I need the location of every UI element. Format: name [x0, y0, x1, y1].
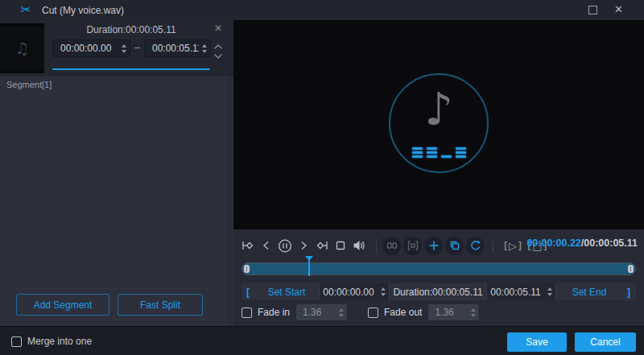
trim-start-spinbox[interactable] [319, 283, 390, 300]
volume-icon[interactable] [352, 238, 366, 253]
spin-down-icon[interactable] [471, 314, 476, 317]
cancel-button[interactable]: Cancel [575, 332, 636, 352]
set-start-button[interactable]: Set Start [254, 287, 319, 298]
audio-preview-area: ♪ [233, 20, 644, 229]
fade-controls: Fade in Fade out [242, 303, 500, 321]
total-time: /00:00:05.11 [581, 237, 638, 249]
divider [493, 238, 493, 253]
copy-segment-button[interactable] [445, 237, 464, 255]
spin-up-icon[interactable] [202, 44, 207, 47]
spin-up-icon[interactable] [381, 287, 386, 291]
music-note-icon: ♪ [424, 78, 453, 141]
prev-keyframe-icon[interactable] [241, 238, 255, 253]
trim-start-input[interactable] [320, 287, 378, 298]
merge-into-one-label: Merge into one [27, 336, 92, 347]
merge-into-one-checkbox[interactable] [11, 336, 22, 347]
save-button[interactable]: Save [507, 332, 567, 352]
step-back-icon[interactable] [259, 238, 274, 253]
segment-start-input[interactable] [53, 43, 118, 54]
scissors-icon: ✂ [21, 2, 31, 17]
trim-duration-label: Duration:00:00:05.11 [390, 287, 486, 298]
fade-in-label: Fade in [258, 307, 290, 318]
close-button[interactable]: ✕ [614, 3, 623, 15]
segment-move-down-icon[interactable] [213, 51, 223, 62]
current-time: 00:00:00.22 [526, 237, 580, 249]
fade-in-spinbox[interactable] [296, 304, 347, 320]
trim-end-input[interactable] [487, 287, 544, 298]
spin-up-icon[interactable] [547, 287, 552, 291]
timeline-track[interactable] [242, 262, 636, 275]
audio-placeholder-circle: ♪ [389, 73, 489, 173]
footer-bar: Merge into one Save Cancel [0, 326, 644, 355]
segment-name: Segment[1] [6, 80, 52, 89]
play-segment-button[interactable]: [▷] [504, 240, 522, 252]
segment-duration-label: Duration:00:00:05.11 [52, 24, 210, 35]
segment-end-spinbox[interactable] [144, 39, 211, 57]
segment-end-spinner[interactable] [199, 40, 210, 56]
spin-down-icon[interactable] [547, 293, 552, 296]
title-bar: ✂ Cut (My voice.wav) ✕ [0, 0, 644, 20]
fade-out-label: Fade out [384, 307, 422, 318]
fade-out-input[interactable] [428, 307, 468, 318]
select-region-button[interactable] [403, 237, 422, 255]
cut-dialog: ✂ Cut (My voice.wav) ✕ ♫ Duration:00:00:… [0, 0, 644, 355]
playhead[interactable] [308, 260, 310, 276]
segment-range-bar[interactable] [52, 68, 210, 70]
segment-end-input[interactable] [145, 43, 199, 54]
trim-end-spinbox[interactable] [486, 283, 556, 300]
spin-up-icon[interactable] [339, 308, 344, 312]
transport-bar: [▷] [□] [241, 235, 548, 256]
fade-out-spinner[interactable] [468, 304, 479, 320]
fade-in-checkbox[interactable] [242, 308, 252, 318]
spin-up-icon[interactable] [471, 308, 476, 312]
spin-down-icon[interactable] [122, 50, 126, 53]
maximize-button[interactable] [588, 6, 597, 14]
segment-start-spinner[interactable] [118, 40, 130, 56]
segment-thumbnail[interactable]: ♫ [0, 23, 44, 73]
step-forward-icon[interactable] [296, 238, 311, 253]
divider [376, 238, 377, 253]
fade-in-spinner[interactable] [336, 304, 347, 320]
spin-down-icon[interactable] [381, 293, 386, 296]
timeline [242, 256, 636, 277]
segment-list-panel: ♫ Duration:00:00:05.11 – ✕ [0, 20, 233, 326]
segment-delete-icon[interactable]: ✕ [214, 23, 222, 34]
equalizer-bars [412, 147, 466, 158]
pause-button-icon[interactable] [278, 238, 292, 253]
trim-bar: [ Set Start Duration:00:00:05.11 Set End… [242, 283, 636, 300]
fast-split-button[interactable]: Fast Split [118, 294, 203, 316]
fade-in-input[interactable] [296, 307, 336, 318]
add-segment-button[interactable]: Add Segment [16, 294, 109, 316]
fade-out-checkbox[interactable] [368, 308, 378, 318]
fade-out-spinbox[interactable] [428, 304, 479, 320]
start-bracket-icon: [ [242, 287, 254, 298]
next-keyframe-icon[interactable] [315, 238, 329, 253]
trim-end-handle[interactable] [628, 265, 634, 273]
reset-button[interactable] [466, 237, 485, 255]
spin-up-icon[interactable] [122, 44, 126, 47]
spin-down-icon[interactable] [339, 314, 344, 317]
segment-item[interactable]: ♫ Duration:00:00:05.11 – ✕ [0, 20, 233, 76]
playback-control-panel: [▷] [□] 00:00:00.22/00:00:05.11 [ Set St… [233, 229, 644, 326]
trim-start-spinner[interactable] [378, 283, 389, 300]
segment-list-scrollbar[interactable] [227, 76, 232, 326]
segment-start-spinbox[interactable] [52, 39, 130, 57]
set-end-button[interactable]: Set End [556, 287, 622, 298]
time-display: 00:00:00.22/00:00:05.11 [526, 237, 638, 249]
range-separator: – [130, 42, 144, 53]
music-notes-icon: ♫ [15, 39, 30, 58]
trim-start-handle[interactable] [244, 265, 250, 273]
spin-down-icon[interactable] [202, 50, 207, 53]
trim-end-spinner[interactable] [544, 283, 555, 300]
end-bracket-icon: ] [622, 287, 635, 298]
split-segment-button[interactable] [382, 237, 401, 255]
window-title: Cut (My voice.wav) [42, 5, 124, 16]
add-segment-icon-button[interactable] [424, 237, 443, 255]
stop-icon[interactable] [333, 238, 348, 253]
